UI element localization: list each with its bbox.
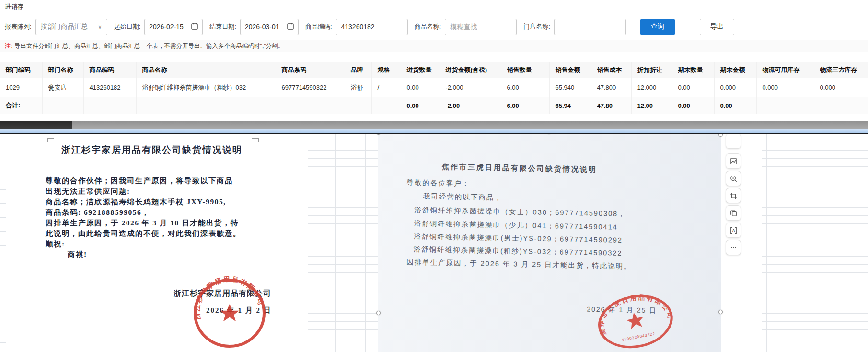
note-text: 导出文件分部门汇总、商品汇总、部门商品汇总三个表，不需分开导出。输入多个商品编码… [14, 42, 284, 50]
col-header: 期末金额 [714, 62, 756, 78]
text-recognition-button[interactable]: A [726, 223, 741, 238]
col-header: 部门编码 [0, 62, 42, 78]
report-layout-group: 报表陈列: 按部门商品汇总 ∨ [5, 19, 107, 35]
total-cell [345, 97, 371, 114]
product-code-label: 商品编码: [305, 23, 332, 31]
col-header: 物流可用库存 [756, 62, 814, 78]
zoom-in-button[interactable] [726, 171, 741, 186]
product-name-label: 商品名称: [415, 23, 441, 31]
doc-line: 尊敬的各位客户： [406, 178, 470, 188]
total-cell [136, 97, 276, 114]
product-code-group: 商品编码: [305, 19, 408, 35]
note-row: 注: 导出文件分部门汇总、商品汇总、部门商品汇总三个表，不需分开导出。输入多个商… [0, 40, 868, 52]
document-image-left[interactable]: 浙江杉宇家居用品有限公司缺货情况说明 尊敬的合作伙伴；因我司生产原因，将导致以下… [6, 136, 308, 352]
start-date-group: 起始日期: 2026-02-15 [114, 19, 203, 35]
freeze-strip [0, 129, 868, 133]
calendar-icon[interactable] [287, 23, 294, 31]
doc-line: 浴舒铜纤维抑杀菌搓澡巾(粗纱)YS-032；6977714590322 [413, 245, 622, 258]
report-table: 部门编码 部门名称 商品编码 商品名称 商品条码 品牌 规格 进货数量 进货金额… [0, 62, 868, 114]
col-header: 商品名称 [136, 62, 276, 78]
cell-dept-name: 瓮安店 [42, 78, 83, 97]
more-options-button[interactable] [726, 240, 741, 255]
total-sales-qty: 6.00 [501, 97, 549, 114]
calendar-icon[interactable] [191, 23, 198, 31]
store-name-group: 门店名称: [523, 19, 626, 35]
doc-right-date: 2026 年 1 月 25 日 [587, 305, 657, 316]
collapse-toolbar-button[interactable] [726, 134, 741, 149]
total-cell [276, 97, 345, 114]
selection-handle-right-mid[interactable] [718, 310, 723, 314]
document-viewer-pane: 浙江杉宇家居用品有限公司缺货情况说明 尊敬的合作伙伴；因我司生产原因，将导致以下… [0, 121, 868, 352]
cell-sales-qty: 6.00 [501, 78, 549, 97]
doc-line: 浴舒铜纤维抑杀菌搓澡巾(男士)YS-029；6977714590292 [414, 232, 623, 245]
total-cell [756, 97, 814, 114]
product-code-input[interactable] [336, 19, 408, 35]
table-row[interactable]: 1029 瓮安店 413260182 浴舒铜纤维抑杀菌搓澡巾（粗纱）032 69… [0, 78, 868, 97]
store-name-label: 门店名称: [523, 23, 550, 31]
app-bar: 进销存 [0, 0, 868, 13]
cell-purchase-amount: -2.000 [440, 78, 501, 97]
total-cell [371, 97, 401, 114]
selection-handle-top-right[interactable] [718, 134, 723, 137]
start-date-label: 起始日期: [114, 23, 141, 31]
doc-line: 浴舒铜纤维抑杀菌搓澡巾（少儿）041；6977714590414 [414, 219, 618, 232]
svg-text:A: A [732, 228, 735, 233]
query-button[interactable]: 查询 [640, 19, 675, 35]
col-header: 部门名称 [42, 62, 83, 78]
doc-line: 商品条码: 6921888599056， [46, 207, 304, 218]
col-header: 商品编码 [83, 62, 136, 78]
total-ending-amount: 0.00 [714, 97, 756, 114]
report-layout-select[interactable]: 按部门商品汇总 ∨ [35, 19, 107, 35]
cell-ending-amount: 0.000 [714, 78, 756, 97]
company-stamp: 焦作市三虎日用品有限公司 4100320043322 [590, 283, 682, 352]
doc-right-body: 尊敬的各位客户： 我司经营的以下商品， 浴舒铜纤维抑杀菌搓澡巾（女士）030；6… [380, 176, 721, 182]
store-name-input[interactable] [554, 19, 626, 35]
doc-left-date: 2026 年 1 月 2 日 [206, 306, 272, 315]
document-image-right[interactable]: 焦作市三虎日用品有限公司缺货情况说明 尊敬的各位客户： 我司经营的以下商品， 浴… [378, 134, 721, 352]
copy-button[interactable] [726, 205, 741, 221]
stamp-serial: 4100320043322 [621, 331, 655, 342]
cell-barcode: 6977714590322 [276, 78, 345, 97]
col-header: 物流三方库存 [814, 62, 868, 78]
doc-line: 尊敬的合作伙伴；因我司生产原因，将导致以下商品 [46, 176, 304, 186]
end-date-label: 结束日期: [209, 23, 236, 31]
cell-brand: 浴舒 [345, 78, 371, 97]
cell-ending-qty: 0.00 [672, 78, 714, 97]
total-sales-amount: 65.94 [549, 97, 591, 114]
crop-mark [252, 138, 259, 142]
selection-handle-left-mid[interactable] [376, 311, 381, 315]
doc-line: 我司经营的以下商品， [423, 192, 502, 202]
cell-product-name: 浴舒铜纤维抑杀菌搓澡巾（粗纱）032 [136, 78, 276, 97]
total-purchase-amount: -2.00 [440, 97, 501, 114]
col-header: 折扣折让 [631, 62, 672, 78]
start-date-value: 2026-02-15 [149, 23, 184, 31]
doc-line: 因排单生产原因，于 2026 年 3 月 25 日才能出货，特此说明。 [406, 258, 632, 271]
doc-left-title: 浙江杉宇家居用品有限公司缺货情况说明 [6, 144, 298, 156]
scrollbar-thumb[interactable] [0, 121, 72, 129]
export-button[interactable]: 导出 [700, 19, 734, 35]
crop-button[interactable] [726, 188, 741, 203]
total-discount: 12.00 [631, 97, 672, 114]
filter-bar: 报表陈列: 按部门商品汇总 ∨ 起始日期: 2026-02-15 结束日期: 2… [0, 13, 868, 40]
horizontal-scrollbar[interactable] [0, 121, 868, 129]
product-name-input[interactable] [445, 19, 517, 35]
doc-right-title: 焦作市三虎日用品有限公司缺货情况说明 [442, 163, 597, 175]
total-sales-cost: 47.80 [591, 97, 631, 114]
cell-discount: 12.000 [631, 78, 672, 97]
total-ending-qty: 0.00 [672, 97, 714, 114]
cell-purchase-qty: 0.00 [401, 78, 440, 97]
doc-left-company: 浙江杉宇家居用品有限公司 [174, 289, 271, 299]
start-date-input[interactable]: 2026-02-15 [144, 19, 203, 35]
spreadsheet-canvas: 浙江杉宇家居用品有限公司缺货情况说明 尊敬的合作伙伴；因我司生产原因，将导致以下… [0, 134, 868, 352]
chart-image-button[interactable] [726, 153, 741, 169]
doc-line: 商祺! [46, 249, 304, 260]
cell-sales-amount: 65.940 [549, 78, 591, 97]
doc-line: 商品名称；洁欣源福寿绵长鸡翅木手杖 JXY-9905, [46, 197, 304, 207]
end-date-group: 结束日期: 2026-03-01 [209, 19, 299, 35]
doc-line: 顺祝: [46, 239, 304, 249]
report-layout-value: 按部门商品汇总 [41, 23, 88, 31]
table-header-row: 部门编码 部门名称 商品编码 商品名称 商品条码 品牌 规格 进货数量 进货金额… [0, 62, 868, 78]
end-date-input[interactable]: 2026-03-01 [240, 19, 299, 35]
cell-logistics-thirdparty: 0.000 [814, 78, 868, 97]
col-header: 销售金额 [549, 62, 591, 78]
